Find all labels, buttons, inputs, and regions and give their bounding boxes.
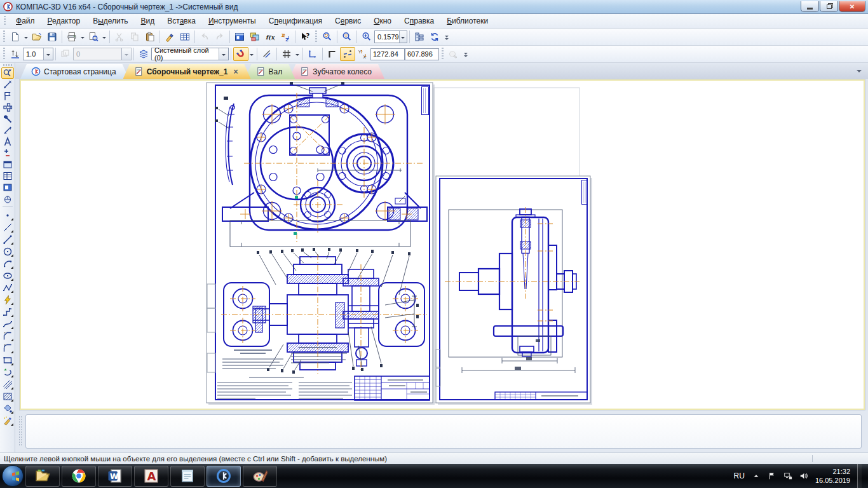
ortho-mode-button[interactable] [325, 47, 340, 61]
taskbar-autocad-button[interactable]: A [134, 466, 168, 487]
snap-magnet-button[interactable] [233, 47, 248, 61]
copy-properties-button[interactable] [162, 30, 177, 44]
tool-collect-contour-button[interactable] [1, 366, 14, 378]
tool-line-button[interactable] [1, 294, 14, 306]
tab-close-icon[interactable]: × [233, 67, 238, 76]
toolbar-grip[interactable] [3, 48, 5, 60]
paste-button[interactable] [142, 30, 158, 44]
drawing-view[interactable] [0, 79, 868, 410]
start-button[interactable] [2, 465, 24, 487]
cursor-step-combo[interactable]: 1.0 [23, 48, 53, 60]
taskbar-explorer-button[interactable] [25, 466, 60, 487]
leftbar-grip[interactable] [3, 64, 12, 66]
zoom-in-out-button[interactable] [339, 30, 355, 44]
cut-button[interactable] [112, 30, 127, 44]
coordinates-icon-button[interactable]: YX [355, 47, 370, 61]
refresh-image-button[interactable] [427, 30, 442, 44]
tool-ellipse-button[interactable] [1, 269, 14, 281]
tray-network-icon[interactable] [783, 471, 792, 480]
property-bar-grip[interactable] [19, 416, 22, 447]
tray-language[interactable]: RU [734, 471, 745, 480]
library-manager-button[interactable] [232, 30, 247, 44]
local-cs-button[interactable] [305, 47, 320, 61]
tool-point-button[interactable] [1, 209, 14, 221]
view-list-button[interactable] [58, 47, 73, 61]
assembly-drawing-sheet[interactable] [207, 82, 435, 405]
variables-button[interactable]: f(x) [262, 30, 278, 44]
new-document-button[interactable] [8, 30, 23, 44]
toolbar-grip[interactable] [315, 30, 317, 43]
spreadsheet-button[interactable] [177, 30, 193, 44]
tab-gear-wheel[interactable]: Зубчатое колесо [289, 64, 384, 79]
menu-файл[interactable]: Файл [10, 15, 41, 27]
taskbar-paint-button[interactable] [243, 466, 277, 487]
tool-circle-button[interactable] [1, 245, 14, 257]
copy-button[interactable] [127, 30, 142, 44]
tool-style-brush-button[interactable] [1, 414, 14, 426]
snap-magnet-button-dropdown[interactable] [248, 47, 255, 61]
view-number-combo[interactable]: 0 [73, 48, 132, 60]
panel-parametrization-button[interactable] [1, 113, 14, 125]
panel-measure-button[interactable] [1, 125, 14, 136]
print-button[interactable] [64, 30, 79, 44]
taskbar-notepad-button[interactable] [170, 466, 205, 487]
cursor-step-button[interactable] [8, 47, 23, 61]
tool-arc-button[interactable] [1, 257, 14, 269]
tray-action-center-icon[interactable] [768, 471, 776, 480]
tool-multiline-button[interactable] [1, 378, 14, 390]
tool-continuous-input-button[interactable] [1, 281, 14, 294]
tool-fillet-button[interactable] [1, 342, 14, 354]
toolbar-overflow-button[interactable] [444, 30, 449, 43]
coordinate-y-field[interactable]: 607.896 [405, 48, 439, 60]
rounding-button[interactable] [340, 47, 355, 61]
menu-сервис[interactable]: Сервис [329, 15, 367, 27]
panel-tables-button[interactable] [1, 170, 14, 182]
menu-вставка[interactable]: Вставка [161, 15, 202, 27]
new-document-button-dropdown[interactable] [23, 30, 29, 44]
context-help-button[interactable]: ? [297, 30, 313, 44]
zoom-current-button[interactable] [359, 30, 374, 44]
save-button[interactable] [44, 30, 60, 44]
grid-button[interactable] [279, 47, 294, 61]
toolbar-grip[interactable] [3, 30, 5, 43]
taskbar-word-button[interactable]: W [98, 466, 132, 487]
grid-button-dropdown[interactable] [294, 47, 301, 61]
panel-insert-button[interactable] [1, 182, 14, 193]
menu-вид[interactable]: Вид [135, 15, 161, 27]
selection-properties-button[interactable] [446, 47, 461, 61]
layer-combo[interactable]: Системный слой (0) [151, 48, 229, 60]
show-all-button[interactable] [412, 30, 427, 44]
print-preview-button[interactable] [86, 30, 101, 44]
panel-selection-button[interactable] [1, 136, 14, 147]
tray-hidden-icons-button[interactable] [752, 471, 761, 480]
property-bar-panel[interactable] [25, 414, 862, 449]
menu-инструменты[interactable]: Инструменты [202, 15, 262, 27]
open-button[interactable] [29, 30, 44, 44]
tab-list-dropdown-button[interactable] [854, 67, 864, 76]
tool-polyline-button[interactable] [1, 306, 14, 318]
tool-bezier-button[interactable] [1, 318, 14, 330]
print-button-dropdown[interactable] [79, 30, 86, 44]
redo-button[interactable] [212, 30, 227, 44]
library-windows-button[interactable] [247, 30, 262, 44]
tab-shaft[interactable]: Вал [245, 64, 295, 79]
close-button[interactable]: ✕ [839, 1, 865, 12]
panel-specification-button[interactable] [1, 147, 14, 159]
tab-start-page[interactable]: Стартовая страница [20, 64, 129, 79]
tab-assembly-drawing[interactable]: Сборочный чертеж_1× [123, 64, 251, 79]
panel-geometry-button[interactable] [1, 67, 14, 79]
panel-reports-button[interactable] [1, 159, 14, 170]
layers-button[interactable] [136, 47, 151, 61]
zoom-scale-combo[interactable]: 0.1579 [374, 30, 407, 43]
angle-snap-button[interactable] [259, 47, 275, 61]
tool-rectangle-button[interactable] [1, 354, 14, 366]
show-desktop-button[interactable] [857, 464, 862, 488]
undo-button[interactable] [197, 30, 212, 44]
panel-designations-button[interactable] [1, 90, 14, 102]
panel-macro-button[interactable] [1, 193, 14, 205]
tray-clock[interactable]: 21:32 16.05.2019 [815, 467, 850, 485]
tool-segment-button[interactable] [1, 233, 14, 245]
tool-area-fill-button[interactable] [1, 402, 14, 414]
zoom-by-frame-button[interactable] [320, 30, 335, 44]
minimize-button[interactable] [801, 1, 819, 12]
